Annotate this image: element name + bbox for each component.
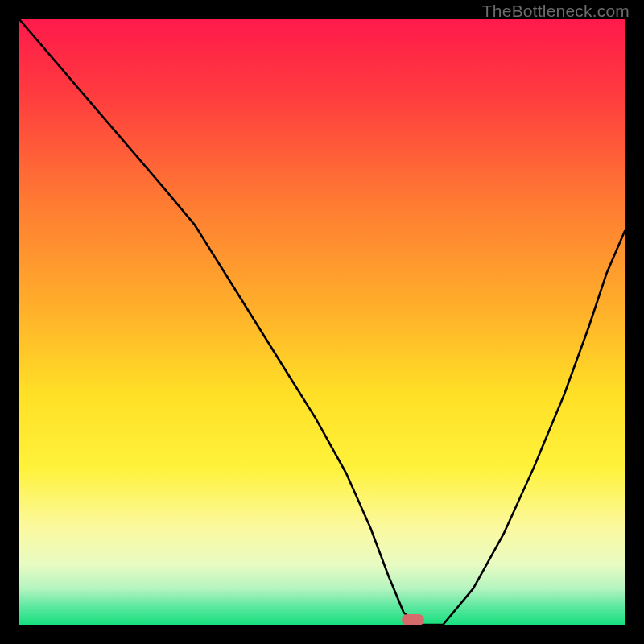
watermark-text: TheBottleneck.com <box>482 2 630 21</box>
bottleneck-curve-path <box>19 19 625 625</box>
optimum-marker <box>402 614 424 625</box>
bottleneck-curve-svg <box>19 19 625 625</box>
chart-frame: TheBottleneck.com <box>0 0 644 644</box>
plot-area <box>19 19 625 625</box>
